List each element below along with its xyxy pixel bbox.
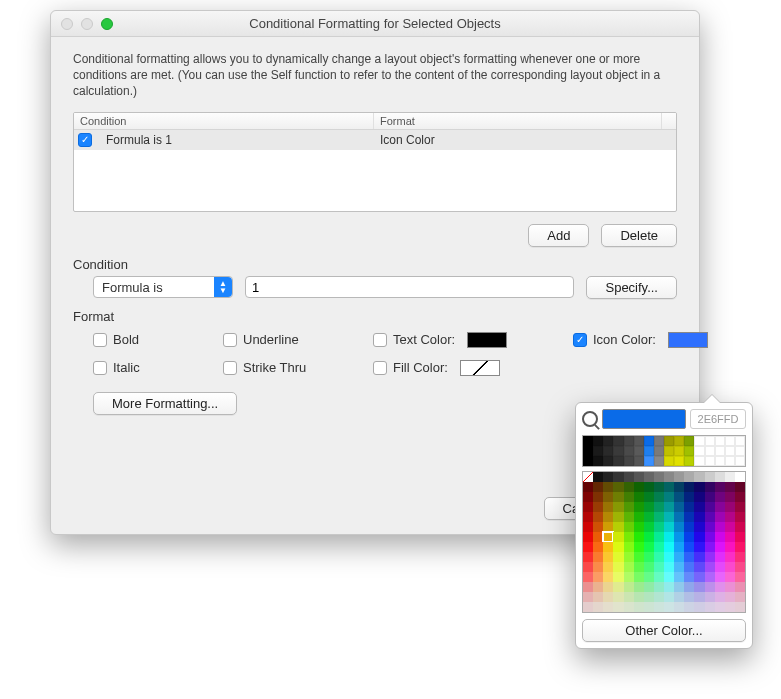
palette-cell[interactable] (593, 602, 603, 612)
palette-cell[interactable] (644, 482, 654, 492)
palette-cell[interactable] (593, 446, 603, 456)
palette-cell[interactable] (613, 602, 623, 612)
palette-cell[interactable] (715, 446, 725, 456)
palette-cell[interactable] (725, 542, 735, 552)
palette-cell[interactable] (634, 472, 644, 482)
palette-cell[interactable] (725, 552, 735, 562)
palette-cell[interactable] (634, 456, 644, 466)
palette-cell[interactable] (624, 582, 634, 592)
palette-cell[interactable] (613, 582, 623, 592)
palette-cell[interactable] (715, 542, 725, 552)
icon-color-checkbox[interactable]: ✓Icon Color: (573, 332, 743, 348)
palette-cell[interactable] (705, 436, 715, 446)
palette-cell[interactable] (705, 472, 715, 482)
palette-cell[interactable] (644, 446, 654, 456)
palette-cell[interactable] (725, 482, 735, 492)
palette-cell[interactable] (684, 532, 694, 542)
palette-cell[interactable] (725, 492, 735, 502)
palette-cell[interactable] (735, 542, 745, 552)
list-row[interactable]: ✓ Formula is 1 Icon Color (74, 130, 676, 150)
palette-cell[interactable] (613, 492, 623, 502)
formula-input[interactable] (245, 276, 574, 298)
palette-cell[interactable] (725, 522, 735, 532)
palette-cell[interactable] (705, 446, 715, 456)
palette-cell[interactable] (735, 492, 745, 502)
palette-cell[interactable] (583, 582, 593, 592)
palette-cell[interactable] (684, 582, 694, 592)
add-button[interactable]: Add (528, 224, 589, 247)
palette-cell[interactable] (624, 436, 634, 446)
palette-cell[interactable] (705, 592, 715, 602)
palette-cell[interactable] (705, 522, 715, 532)
palette-cell[interactable] (624, 532, 634, 542)
text-color-swatch[interactable] (467, 332, 507, 348)
fill-color-checkbox[interactable]: Fill Color: (373, 360, 573, 376)
palette-cell[interactable] (613, 542, 623, 552)
palette-cell[interactable] (603, 572, 613, 582)
palette-cell[interactable] (624, 512, 634, 522)
palette-cell[interactable] (694, 532, 704, 542)
palette-cell[interactable] (694, 522, 704, 532)
condition-type-select[interactable]: Formula is ▲▼ (93, 276, 233, 298)
palette-cell[interactable] (674, 542, 684, 552)
palette-cell[interactable] (694, 492, 704, 502)
palette-cell[interactable] (654, 512, 664, 522)
fill-color-swatch[interactable] (460, 360, 500, 376)
palette-cell[interactable] (634, 492, 644, 502)
palette-cell[interactable] (725, 456, 735, 466)
header-condition[interactable]: Condition (74, 113, 374, 129)
palette-cell[interactable] (735, 532, 745, 542)
palette-cell[interactable] (694, 512, 704, 522)
palette-cell[interactable] (735, 602, 745, 612)
palette-cell[interactable] (613, 512, 623, 522)
palette-cell[interactable] (644, 552, 654, 562)
palette-cell[interactable] (583, 436, 593, 446)
palette-cell[interactable] (593, 582, 603, 592)
palette-cell[interactable] (684, 492, 694, 502)
palette-cell[interactable] (735, 446, 745, 456)
palette-cell[interactable] (674, 572, 684, 582)
palette-cell[interactable] (684, 502, 694, 512)
palette-cell[interactable] (644, 582, 654, 592)
text-color-checkbox[interactable]: Text Color: (373, 332, 573, 348)
palette-cell[interactable] (634, 512, 644, 522)
palette-cell[interactable] (583, 532, 593, 542)
palette-cell[interactable] (664, 512, 674, 522)
palette-cell[interactable] (603, 482, 613, 492)
palette-cell[interactable] (654, 482, 664, 492)
palette-cell[interactable] (664, 446, 674, 456)
palette-cell[interactable] (694, 446, 704, 456)
palette-cell[interactable] (715, 522, 725, 532)
palette-main[interactable] (582, 471, 746, 613)
palette-cell[interactable] (725, 512, 735, 522)
palette-cell[interactable] (694, 562, 704, 572)
palette-cell[interactable] (613, 552, 623, 562)
palette-cell[interactable] (694, 482, 704, 492)
palette-cell[interactable] (715, 552, 725, 562)
palette-cell[interactable] (674, 472, 684, 482)
palette-cell[interactable] (725, 582, 735, 592)
palette-cell[interactable] (684, 456, 694, 466)
palette-cell[interactable] (725, 592, 735, 602)
palette-cell[interactable] (694, 582, 704, 592)
palette-cell[interactable] (593, 562, 603, 572)
palette-cell[interactable] (593, 542, 603, 552)
palette-cell[interactable] (674, 562, 684, 572)
palette-cell[interactable] (593, 512, 603, 522)
palette-cell[interactable] (613, 572, 623, 582)
row-checkbox[interactable]: ✓ (74, 132, 96, 147)
palette-cell[interactable] (634, 572, 644, 582)
palette-cell[interactable] (654, 532, 664, 542)
palette-cell[interactable] (644, 602, 654, 612)
palette-cell[interactable] (593, 572, 603, 582)
palette-cell[interactable] (624, 502, 634, 512)
palette-cell[interactable] (634, 552, 644, 562)
palette-cell[interactable] (674, 456, 684, 466)
palette-cell[interactable] (664, 436, 674, 446)
palette-cell[interactable] (684, 542, 694, 552)
palette-cell[interactable] (705, 456, 715, 466)
palette-cell[interactable] (603, 552, 613, 562)
palette-cell[interactable] (735, 456, 745, 466)
palette-cell[interactable] (613, 456, 623, 466)
palette-cell[interactable] (624, 602, 634, 612)
